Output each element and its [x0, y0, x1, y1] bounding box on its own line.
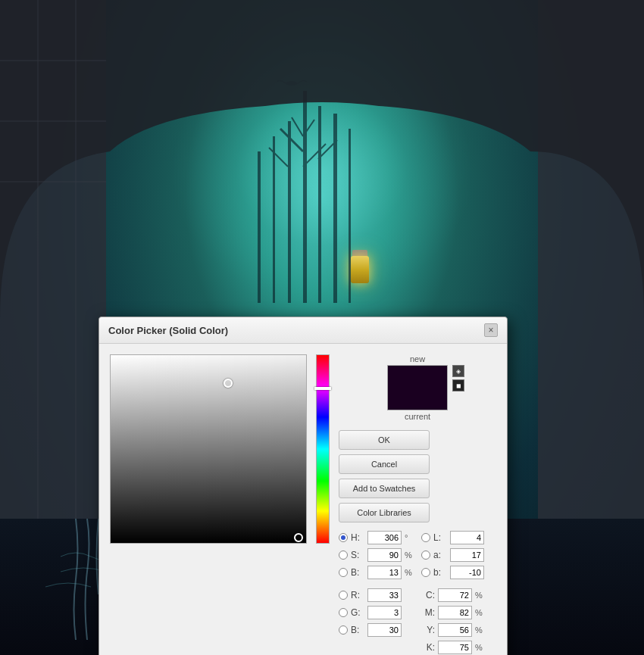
r-radio[interactable] [339, 591, 348, 600]
c-input[interactable] [438, 588, 472, 602]
right-panel: new ◈ ◼ current [339, 354, 496, 655]
color-picker-dialog: Color Picker (Solid Color) × [98, 317, 508, 655]
s-input[interactable] [367, 548, 402, 562]
color-gradient-picker[interactable] [110, 354, 307, 544]
b-row-hsb: B: % [339, 565, 415, 580]
l-label: L: [433, 532, 447, 543]
dialog-titlebar: Color Picker (Solid Color) × [99, 317, 507, 344]
k-row: K: % [421, 640, 486, 655]
c-row: C: % [421, 588, 486, 603]
s-label: S: [351, 550, 364, 560]
m-row: M: % [421, 605, 486, 620]
b-label-rgb: B: [351, 625, 364, 635]
y-label: Y: [421, 625, 435, 635]
b-input-lab[interactable] [450, 566, 484, 579]
g-input[interactable] [367, 606, 402, 619]
right-values: L: a: b: [421, 530, 486, 655]
svg-rect-5 [258, 151, 261, 303]
color-values: H: ° S: % [339, 530, 496, 655]
tree-silhouettes [152, 61, 492, 310]
m-input[interactable] [438, 606, 472, 619]
svg-rect-6 [349, 129, 351, 303]
color-preview-area: new ◈ ◼ current [339, 354, 496, 421]
svg-point-13 [286, 81, 298, 86]
svg-rect-2 [318, 106, 321, 303]
h-label: H: [351, 532, 364, 543]
k-input[interactable] [438, 641, 472, 654]
h-row: H: ° [339, 530, 415, 545]
current-label: current [405, 412, 430, 421]
s-radio[interactable] [339, 551, 348, 560]
h-radio[interactable] [339, 533, 348, 542]
y-row: Y: % [421, 622, 486, 638]
b-label-lab: b: [433, 567, 447, 578]
b-input-hsb[interactable] [367, 566, 402, 579]
svg-line-7 [280, 129, 303, 151]
hue-slider[interactable] [316, 354, 330, 544]
left-values: H: ° S: % [339, 530, 415, 655]
y-unit: % [475, 625, 486, 635]
b-row-lab: b: [421, 565, 486, 580]
dialog-body: new ◈ ◼ current [99, 344, 507, 655]
svg-rect-0 [303, 91, 307, 303]
g-row: G: [339, 605, 415, 620]
ok-button[interactable]: OK [339, 430, 430, 450]
g-radio[interactable] [339, 608, 348, 617]
l-input[interactable] [450, 531, 484, 544]
a-row: a: [421, 547, 486, 563]
color-picker-dialog-container: Color Picker (Solid Color) × [98, 317, 508, 655]
c-label: C: [421, 590, 435, 600]
k-label: K: [421, 642, 435, 653]
svg-line-11 [292, 117, 303, 136]
gradient-brightness [111, 355, 306, 543]
hue-gradient [317, 355, 329, 543]
close-button[interactable]: × [484, 323, 498, 337]
b-input-rgb[interactable] [367, 623, 402, 637]
color-preview-boxes [387, 365, 448, 410]
b-radio-rgb[interactable] [339, 625, 348, 635]
m-label: M: [421, 607, 435, 618]
add-to-swatches-button[interactable]: Add to Swatches [339, 479, 430, 498]
b-row-rgb: B: [339, 622, 415, 638]
color-icon-2[interactable]: ◼ [452, 379, 464, 391]
r-row: R: [339, 588, 415, 603]
h-input[interactable] [367, 531, 402, 544]
b-radio-hsb[interactable] [339, 568, 348, 577]
a-radio[interactable] [421, 551, 430, 560]
c-unit: % [475, 591, 486, 600]
svg-rect-3 [273, 136, 275, 303]
b-label-hsb: B: [351, 567, 364, 578]
g-label: G: [351, 607, 364, 618]
buttons-area: OK Cancel Add to Swatches Color Librarie… [339, 430, 496, 522]
h-unit: ° [405, 533, 415, 542]
a-input[interactable] [450, 548, 484, 562]
color-libraries-button[interactable]: Color Libraries [339, 503, 430, 522]
dialog-title: Color Picker (Solid Color) [108, 325, 228, 336]
new-color-swatch [388, 366, 447, 388]
y-input[interactable] [438, 623, 472, 637]
k-unit: % [475, 643, 486, 652]
color-icon-1[interactable]: ◈ [452, 365, 464, 377]
color-icons: ◈ ◼ [452, 365, 464, 391]
s-unit: % [405, 551, 415, 560]
a-label: a: [433, 550, 447, 560]
svg-line-9 [269, 148, 288, 167]
l-radio[interactable] [421, 533, 430, 542]
cancel-button[interactable]: Cancel [339, 454, 430, 474]
s-row: S: % [339, 547, 415, 563]
l-row: L: [421, 530, 486, 545]
b-unit-hsb: % [405, 568, 415, 577]
new-label: new [410, 354, 425, 363]
current-color-swatch [388, 388, 447, 410]
m-unit: % [475, 608, 486, 617]
b-radio-lab[interactable] [421, 568, 430, 577]
r-input[interactable] [367, 588, 402, 602]
svg-rect-1 [288, 121, 291, 303]
r-label: R: [351, 590, 364, 600]
